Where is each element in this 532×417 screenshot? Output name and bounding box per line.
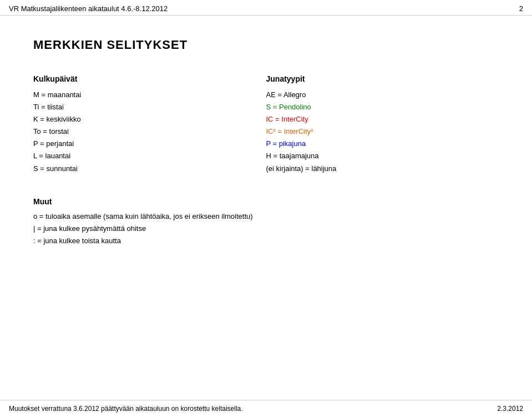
footer-date: 2.3.2012 xyxy=(497,405,523,413)
left-column-header: Kulkupäivät xyxy=(33,74,266,83)
muut-item-arrival: o = tuloaika asemalle (sama kuin lähtöai… xyxy=(33,210,499,223)
muut-header: Muut xyxy=(33,197,499,206)
left-column: Kulkupäivät M = maanantai Ti = tiistai K… xyxy=(33,74,266,175)
list-item: K = keskiviikko xyxy=(33,113,266,125)
columns-wrapper: Kulkupäivät M = maanantai Ti = tiistai K… xyxy=(33,74,499,175)
list-item: M = maanantai xyxy=(33,89,266,101)
train-type-intercity: IC = InterCity xyxy=(266,113,499,125)
list-item: L = lauantai xyxy=(33,150,266,162)
page-header: VR Matkustajaliikenteen aikataulut 4.6.-… xyxy=(0,0,532,16)
footer-note: Muutokset verrattuna 3.6.2012 päättyvään… xyxy=(9,405,243,413)
train-type-pendolino: S = Pendolino xyxy=(266,101,499,113)
list-item: Ti = tiistai xyxy=(33,101,266,113)
train-type-lahijuna: (ei kirjainta) = lähijuna xyxy=(266,163,499,175)
muut-item-nonstop: | = juna kulkee pysähtymättä ohitse xyxy=(33,223,499,235)
list-item: P = perjantai xyxy=(33,138,266,150)
train-type-intercity2: IC² = InterCity² xyxy=(266,125,499,138)
page-footer: Muutokset verrattuna 3.6.2012 päättyvään… xyxy=(0,400,532,417)
list-item: S = sunnuntai xyxy=(33,163,266,175)
right-column: Junatyypit AE = Allegro S = Pendolino IC… xyxy=(266,74,499,175)
right-column-header: Junatyypit xyxy=(266,74,499,83)
train-type-taajamajuna: H = taajamajuna xyxy=(266,150,499,162)
list-item: To = torstai xyxy=(33,125,266,138)
section-title: MERKKIEN SELITYKSET xyxy=(33,38,499,52)
page-title: VR Matkustajaliikenteen aikataulut 4.6.-… xyxy=(9,4,168,13)
train-type-pikajuna: P = pikajuna xyxy=(266,138,499,150)
muut-item-route: : = juna kulkee toista kautta xyxy=(33,235,499,247)
page-number: 2 xyxy=(519,4,523,13)
train-type-allegro: AE = Allegro xyxy=(266,89,499,101)
muut-section: Muut o = tuloaika asemalle (sama kuin lä… xyxy=(33,197,499,247)
main-content: MERKKIEN SELITYKSET Kulkupäivät M = maan… xyxy=(0,16,532,280)
